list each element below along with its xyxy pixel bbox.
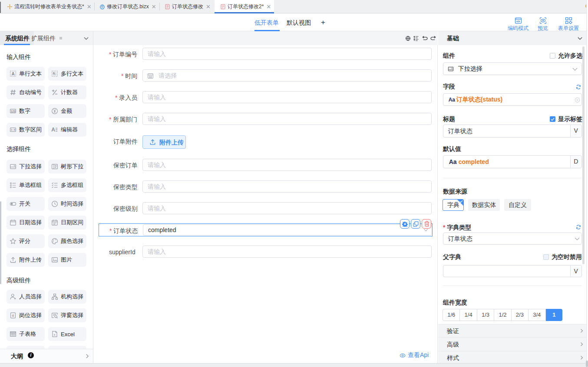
svg-text:123: 123 bbox=[11, 110, 16, 113]
svg-text:A: A bbox=[53, 71, 55, 75]
svg-text:A: A bbox=[51, 127, 55, 133]
svg-text:1~3: 1~3 bbox=[11, 128, 16, 131]
svg-text:A: A bbox=[11, 72, 14, 76]
svg-text:x: x bbox=[54, 333, 56, 336]
svg-text:8: 8 bbox=[12, 314, 14, 318]
